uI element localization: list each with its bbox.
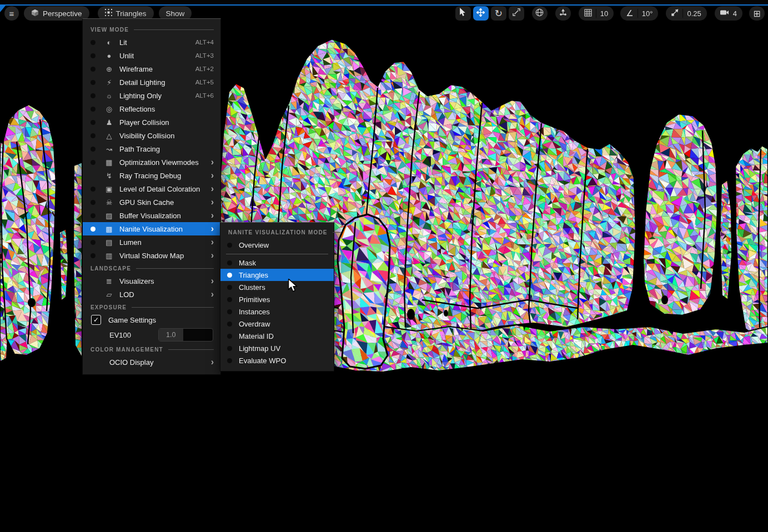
menu-item-label: Lumen: [119, 238, 207, 247]
menu-item-label: Ray Tracing Debug: [119, 172, 207, 180]
menu-item-virtual-shadow-map[interactable]: ▥Virtual Shadow Map›: [83, 249, 220, 262]
menu-item-detail-lighting[interactable]: ⚡Detail LightingALT+5: [83, 76, 220, 89]
lighting-only-icon: ☼: [104, 92, 114, 100]
menu-item-label: Reflections: [119, 105, 214, 113]
section-header-line: [132, 307, 214, 308]
surface-snap-icon: [559, 8, 567, 18]
submenu-arrow-icon: ›: [211, 224, 214, 233]
submenu-item-material-id[interactable]: Material ID: [220, 330, 334, 342]
triangles-grid-icon: [105, 9, 112, 18]
visualizers-icon: ≣: [104, 277, 114, 285]
radio-bullet: [91, 292, 96, 297]
menu-item-optimization-viewmodes[interactable]: ▦Optimization Viewmodes›: [83, 155, 220, 169]
menu-item-gpu-skin-cache[interactable]: ☠GPU Skin Cache›: [83, 195, 220, 209]
scale-snap-button[interactable]: 0.25: [666, 6, 706, 21]
menu-item-lit[interactable]: ◐LitALT+4: [83, 36, 220, 49]
menu-item-level-of-detail-coloration[interactable]: ▣Level of Detail Coloration›: [83, 182, 220, 195]
menu-item-label: EV100: [109, 331, 131, 339]
submenu-item-lightmap-uv[interactable]: Lightmap UV: [220, 342, 334, 354]
section-header-line: [168, 349, 214, 350]
viewport-options-button[interactable]: ≡: [4, 6, 19, 21]
menu-item-reflections[interactable]: ◎Reflections: [83, 102, 220, 116]
menu-item-wireframe[interactable]: ⊕WireframeALT+2: [83, 62, 220, 76]
menu-section-header-landscape: LANDSCAPE: [83, 262, 220, 274]
rotation-snap-value: 10°: [642, 9, 653, 18]
checkbox-game-settings[interactable]: ✓: [91, 315, 101, 325]
menu-item-path-tracing[interactable]: ↝Path Tracing: [83, 142, 220, 155]
radio-bullet: [227, 358, 232, 363]
menu-item-label: Level of Detail Coloration: [119, 185, 207, 193]
menu-item-player-collision[interactable]: ♟Player Collision: [83, 116, 220, 129]
menu-item-lod[interactable]: ▱LOD›: [83, 288, 220, 301]
grid-snap-button[interactable]: 10: [579, 6, 614, 21]
menu-item-lighting-only[interactable]: ☼Lighting OnlyALT+6: [83, 89, 220, 102]
menu-item-unlit[interactable]: ●UnlitALT+3: [83, 49, 220, 62]
submenu-item-primitives[interactable]: Primitives: [220, 293, 334, 305]
lumen-icon: ▤: [104, 238, 114, 247]
radio-bullet: [91, 213, 96, 218]
visibility-collision-icon: △: [104, 132, 114, 140]
menu-item-game-settings[interactable]: ✓Game Settings: [83, 313, 220, 327]
menu-item-label: Path Tracing: [119, 145, 214, 153]
detail-lighting-icon: ⚡: [104, 78, 114, 87]
radio-bullet: [91, 253, 96, 258]
move-tool-button[interactable]: [473, 6, 489, 21]
radio-bullet: [91, 40, 96, 45]
perspective-cube-icon: [31, 9, 39, 18]
menu-item-label: Optimization Viewmodes: [119, 158, 207, 167]
submenu-item-evaluate-wpo[interactable]: Evaluate WPO: [220, 354, 334, 367]
perspective-button[interactable]: Perspective: [24, 6, 89, 21]
viewport-focus-border: [0, 4, 768, 6]
menu-item-lumen[interactable]: ▤Lumen›: [83, 235, 220, 249]
submenu-item-triangles[interactable]: Triangles: [220, 269, 334, 281]
menu-item-label: Buffer Visualization: [119, 212, 207, 220]
reflections-icon: ◎: [104, 105, 114, 113]
submenu-item-clusters[interactable]: Clusters: [220, 281, 334, 293]
player-collision-icon: ♟: [104, 118, 114, 127]
submenu-arrow-icon: ›: [211, 290, 214, 299]
radio-bullet: [227, 334, 232, 339]
select-tool-button[interactable]: [455, 6, 471, 21]
scale-tool-button[interactable]: [509, 6, 524, 21]
menu-item-visualizers[interactable]: ≣Visualizers›: [83, 274, 220, 288]
rotation-snap-button[interactable]: ∠ 10°: [620, 6, 658, 21]
submenu-arrow-icon: ›: [211, 277, 214, 285]
surface-snap-button[interactable]: [555, 6, 571, 21]
menu-item-label: GPU Skin Cache: [119, 198, 207, 207]
submenu-arrow-icon: ›: [211, 158, 214, 167]
rotate-tool-button[interactable]: ↻: [491, 6, 506, 21]
radio-bullet: [91, 147, 96, 152]
show-label: Show: [166, 9, 185, 18]
world-space-button[interactable]: [532, 6, 548, 21]
radio-bullet: [227, 309, 232, 314]
submenu-item-mask[interactable]: Mask: [220, 257, 334, 269]
menu-item-label: OCIO Display: [109, 358, 207, 367]
submenu-item-instances[interactable]: Instances: [220, 305, 334, 318]
grid-snap-value: 10: [600, 9, 608, 18]
radio-bullet: [91, 227, 96, 232]
shortcut-label: ALT+3: [195, 52, 214, 59]
submenu-item-label: Material ID: [239, 332, 328, 340]
radio-bullet: [91, 93, 96, 98]
menu-item-buffer-visualization[interactable]: ▨Buffer Visualization›: [83, 209, 220, 222]
submenu-title: NANITE VISUALIZATION MODE: [228, 229, 328, 235]
camera-speed-icon: [720, 9, 729, 18]
menu-item-label: Lit: [119, 38, 191, 47]
menu-item-visibility-collision[interactable]: △Visibility Collision: [83, 129, 220, 142]
radio-bullet: [91, 133, 96, 138]
viewport-layout-button[interactable]: ⊞: [749, 6, 765, 21]
menu-item-ocio-display[interactable]: OCIO Display›: [83, 355, 220, 369]
perspective-label: Perspective: [43, 9, 82, 18]
move-tool-icon: [476, 8, 485, 19]
virtual-shadow-map-icon: ▥: [104, 252, 114, 260]
menu-item-ray-tracing-debug[interactable]: ↯Ray Tracing Debug›: [83, 169, 220, 182]
checkmark-icon: ✓: [93, 316, 99, 324]
radio-bullet: [227, 346, 232, 351]
submenu-item-overdraw[interactable]: Overdraw: [220, 318, 334, 330]
ev100-input[interactable]: 1.0: [158, 328, 213, 342]
submenu-item-overview[interactable]: Overview: [220, 238, 334, 252]
menu-item-nanite-visualization[interactable]: ▩Nanite Visualization›: [83, 222, 220, 235]
camera-speed-button[interactable]: 4: [715, 6, 742, 21]
buffer-visualization-icon: ▨: [104, 212, 114, 220]
menu-item-label: Visualizers: [119, 277, 207, 285]
